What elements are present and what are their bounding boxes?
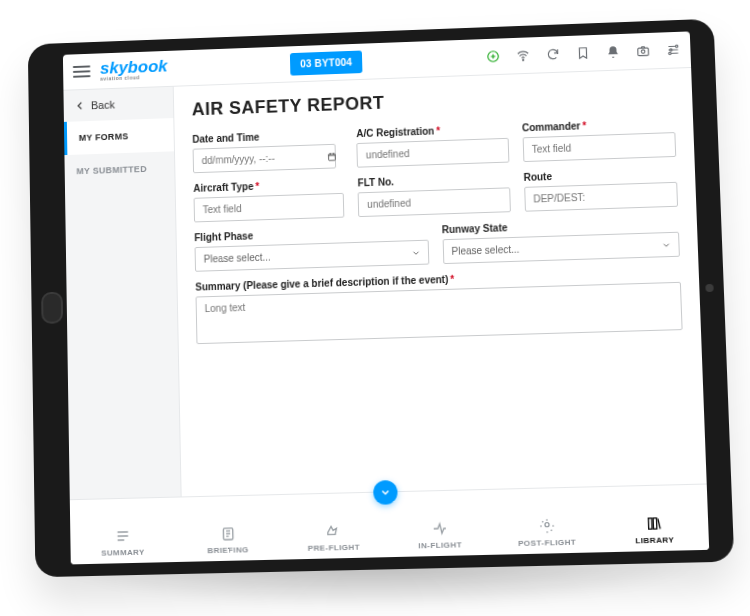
nav-post-flight[interactable]: POST-FLIGHT: [493, 517, 601, 549]
wifi-icon: [516, 48, 530, 62]
input-aircraft-type[interactable]: [194, 193, 345, 223]
bookmark-icon[interactable]: [576, 46, 590, 60]
svg-point-9: [544, 523, 548, 527]
app-screen: skybook aviation cloud 03 BYT004: [63, 31, 709, 564]
camera-icon[interactable]: [636, 44, 651, 58]
menu-icon[interactable]: [73, 65, 91, 77]
svg-point-4: [675, 45, 677, 47]
svg-rect-10: [649, 518, 653, 529]
input-ac-reg[interactable]: [357, 138, 509, 168]
nav-label: POST-FLIGHT: [518, 538, 576, 549]
nav-in-flight[interactable]: IN-FLIGHT: [386, 519, 493, 551]
nav-briefing[interactable]: BRIEFING: [175, 524, 281, 556]
form-panel: AIR SAFETY REPORT Date and Time A/C Regi…: [174, 68, 707, 496]
svg-point-3: [641, 50, 645, 54]
nav-label: IN-FLIGHT: [418, 540, 462, 550]
textarea-summary[interactable]: [196, 282, 683, 344]
nav-label: BRIEFING: [207, 545, 249, 555]
nav-pre-flight[interactable]: PRE-FLIGHT: [280, 522, 387, 554]
nav-label: SUMMARY: [101, 548, 145, 558]
sidebar-item-my-submitted[interactable]: MY SUBMITTED: [64, 151, 174, 188]
bell-icon[interactable]: [606, 45, 621, 59]
input-flt-no[interactable]: [358, 187, 511, 217]
nav-summary[interactable]: SUMMARY: [70, 527, 175, 559]
svg-point-1: [523, 59, 524, 60]
back-label: Back: [91, 99, 115, 112]
svg-rect-11: [653, 518, 657, 529]
tablet-frame: skybook aviation cloud 03 BYT004: [28, 19, 734, 578]
svg-rect-2: [638, 48, 649, 56]
label-route: Route: [523, 167, 677, 183]
input-datetime[interactable]: [193, 144, 337, 173]
select-flight-phase[interactable]: Please select...: [195, 240, 429, 272]
label-ac-reg: A/C Registration*: [356, 123, 508, 139]
sidebar-item-my-forms[interactable]: MY FORMS: [64, 118, 174, 155]
tablet-home-button[interactable]: [41, 292, 63, 324]
sync-icon[interactable]: [486, 49, 500, 63]
nav-library[interactable]: LIBRARY: [600, 514, 709, 546]
form-title: AIR SAFETY REPORT: [192, 82, 675, 120]
tablet-camera: [705, 284, 713, 292]
expand-button[interactable]: [373, 480, 398, 505]
app-logo: skybook aviation cloud: [100, 58, 168, 82]
calendar-icon[interactable]: [327, 151, 337, 161]
select-runway-state[interactable]: Please select...: [442, 232, 680, 264]
sidebar: Back MY FORMS MY SUBMITTED: [63, 87, 181, 499]
input-route[interactable]: [524, 182, 678, 212]
flight-chip[interactable]: 03 BYT004: [290, 50, 362, 75]
label-commander: Commander*: [522, 117, 675, 133]
svg-point-6: [669, 52, 671, 54]
label-aircraft-type: Aircraft Type*: [193, 178, 344, 194]
nav-label: LIBRARY: [635, 535, 674, 545]
label-datetime: Date and Time: [192, 129, 342, 145]
refresh-icon[interactable]: [546, 47, 560, 61]
label-flt-no: FLT No.: [358, 172, 510, 188]
svg-rect-7: [329, 153, 336, 160]
input-commander[interactable]: [522, 132, 676, 162]
nav-label: PRE-FLIGHT: [308, 543, 360, 553]
settings-sliders-icon[interactable]: [666, 43, 681, 57]
back-button[interactable]: Back: [63, 87, 173, 122]
